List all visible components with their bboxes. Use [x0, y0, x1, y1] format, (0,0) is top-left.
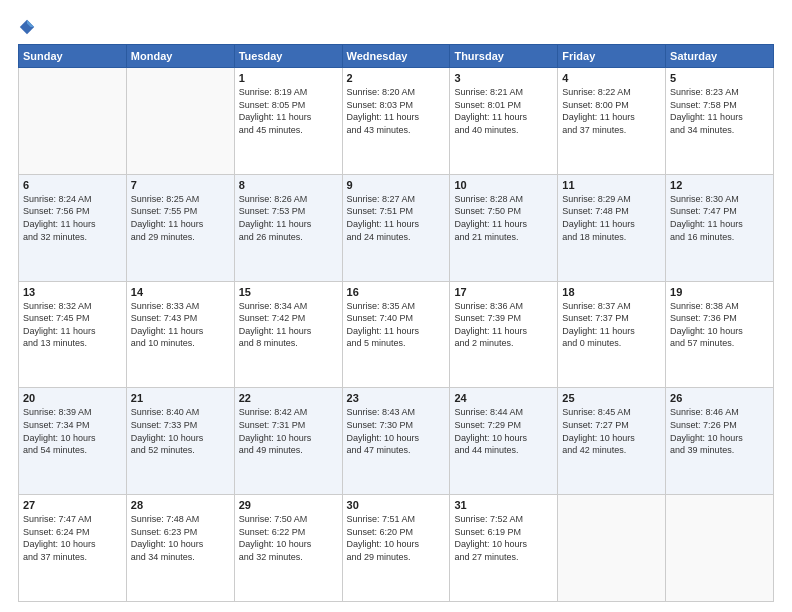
- day-number: 19: [670, 286, 769, 298]
- calendar-cell: 15Sunrise: 8:34 AM Sunset: 7:42 PM Dayli…: [234, 281, 342, 388]
- calendar-cell: 29Sunrise: 7:50 AM Sunset: 6:22 PM Dayli…: [234, 495, 342, 602]
- day-info: Sunrise: 8:45 AM Sunset: 7:27 PM Dayligh…: [562, 406, 661, 456]
- day-info: Sunrise: 8:42 AM Sunset: 7:31 PM Dayligh…: [239, 406, 338, 456]
- calendar-cell: 7Sunrise: 8:25 AM Sunset: 7:55 PM Daylig…: [126, 174, 234, 281]
- weekday-header: Saturday: [666, 45, 774, 68]
- calendar-cell: 14Sunrise: 8:33 AM Sunset: 7:43 PM Dayli…: [126, 281, 234, 388]
- logo: [18, 18, 40, 36]
- day-number: 21: [131, 392, 230, 404]
- calendar-header: SundayMondayTuesdayWednesdayThursdayFrid…: [19, 45, 774, 68]
- day-number: 3: [454, 72, 553, 84]
- day-number: 22: [239, 392, 338, 404]
- day-info: Sunrise: 8:30 AM Sunset: 7:47 PM Dayligh…: [670, 193, 769, 243]
- day-info: Sunrise: 8:36 AM Sunset: 7:39 PM Dayligh…: [454, 300, 553, 350]
- day-info: Sunrise: 8:21 AM Sunset: 8:01 PM Dayligh…: [454, 86, 553, 136]
- day-number: 27: [23, 499, 122, 511]
- calendar-week-row: 1Sunrise: 8:19 AM Sunset: 8:05 PM Daylig…: [19, 68, 774, 175]
- calendar-cell: 8Sunrise: 8:26 AM Sunset: 7:53 PM Daylig…: [234, 174, 342, 281]
- calendar-cell: 9Sunrise: 8:27 AM Sunset: 7:51 PM Daylig…: [342, 174, 450, 281]
- calendar-cell: 24Sunrise: 8:44 AM Sunset: 7:29 PM Dayli…: [450, 388, 558, 495]
- calendar-cell: 16Sunrise: 8:35 AM Sunset: 7:40 PM Dayli…: [342, 281, 450, 388]
- calendar-cell: 20Sunrise: 8:39 AM Sunset: 7:34 PM Dayli…: [19, 388, 127, 495]
- day-info: Sunrise: 8:23 AM Sunset: 7:58 PM Dayligh…: [670, 86, 769, 136]
- day-info: Sunrise: 8:44 AM Sunset: 7:29 PM Dayligh…: [454, 406, 553, 456]
- calendar-cell: 19Sunrise: 8:38 AM Sunset: 7:36 PM Dayli…: [666, 281, 774, 388]
- weekday-header: Sunday: [19, 45, 127, 68]
- weekday-header: Friday: [558, 45, 666, 68]
- calendar-cell: [19, 68, 127, 175]
- calendar-cell: 1Sunrise: 8:19 AM Sunset: 8:05 PM Daylig…: [234, 68, 342, 175]
- calendar-week-row: 20Sunrise: 8:39 AM Sunset: 7:34 PM Dayli…: [19, 388, 774, 495]
- day-number: 29: [239, 499, 338, 511]
- day-number: 5: [670, 72, 769, 84]
- calendar-cell: 2Sunrise: 8:20 AM Sunset: 8:03 PM Daylig…: [342, 68, 450, 175]
- day-number: 26: [670, 392, 769, 404]
- calendar-cell: 18Sunrise: 8:37 AM Sunset: 7:37 PM Dayli…: [558, 281, 666, 388]
- day-info: Sunrise: 8:34 AM Sunset: 7:42 PM Dayligh…: [239, 300, 338, 350]
- day-number: 31: [454, 499, 553, 511]
- calendar-cell: 17Sunrise: 8:36 AM Sunset: 7:39 PM Dayli…: [450, 281, 558, 388]
- page: SundayMondayTuesdayWednesdayThursdayFrid…: [0, 0, 792, 612]
- day-info: Sunrise: 7:48 AM Sunset: 6:23 PM Dayligh…: [131, 513, 230, 563]
- calendar-cell: 10Sunrise: 8:28 AM Sunset: 7:50 PM Dayli…: [450, 174, 558, 281]
- day-info: Sunrise: 8:19 AM Sunset: 8:05 PM Dayligh…: [239, 86, 338, 136]
- header: [18, 18, 774, 36]
- day-info: Sunrise: 8:35 AM Sunset: 7:40 PM Dayligh…: [347, 300, 446, 350]
- weekday-header: Monday: [126, 45, 234, 68]
- day-info: Sunrise: 8:26 AM Sunset: 7:53 PM Dayligh…: [239, 193, 338, 243]
- day-number: 12: [670, 179, 769, 191]
- weekday-row: SundayMondayTuesdayWednesdayThursdayFrid…: [19, 45, 774, 68]
- day-info: Sunrise: 8:43 AM Sunset: 7:30 PM Dayligh…: [347, 406, 446, 456]
- day-number: 15: [239, 286, 338, 298]
- day-info: Sunrise: 8:29 AM Sunset: 7:48 PM Dayligh…: [562, 193, 661, 243]
- day-info: Sunrise: 8:25 AM Sunset: 7:55 PM Dayligh…: [131, 193, 230, 243]
- day-info: Sunrise: 8:28 AM Sunset: 7:50 PM Dayligh…: [454, 193, 553, 243]
- day-info: Sunrise: 8:22 AM Sunset: 8:00 PM Dayligh…: [562, 86, 661, 136]
- day-info: Sunrise: 8:20 AM Sunset: 8:03 PM Dayligh…: [347, 86, 446, 136]
- day-number: 11: [562, 179, 661, 191]
- calendar-cell: 13Sunrise: 8:32 AM Sunset: 7:45 PM Dayli…: [19, 281, 127, 388]
- day-info: Sunrise: 8:46 AM Sunset: 7:26 PM Dayligh…: [670, 406, 769, 456]
- calendar-week-row: 13Sunrise: 8:32 AM Sunset: 7:45 PM Dayli…: [19, 281, 774, 388]
- day-number: 25: [562, 392, 661, 404]
- day-info: Sunrise: 8:27 AM Sunset: 7:51 PM Dayligh…: [347, 193, 446, 243]
- calendar-cell: 3Sunrise: 8:21 AM Sunset: 8:01 PM Daylig…: [450, 68, 558, 175]
- calendar-cell: [126, 68, 234, 175]
- calendar-cell: [558, 495, 666, 602]
- day-info: Sunrise: 7:52 AM Sunset: 6:19 PM Dayligh…: [454, 513, 553, 563]
- day-info: Sunrise: 7:47 AM Sunset: 6:24 PM Dayligh…: [23, 513, 122, 563]
- day-number: 8: [239, 179, 338, 191]
- day-info: Sunrise: 8:39 AM Sunset: 7:34 PM Dayligh…: [23, 406, 122, 456]
- day-number: 14: [131, 286, 230, 298]
- day-number: 30: [347, 499, 446, 511]
- calendar-week-row: 6Sunrise: 8:24 AM Sunset: 7:56 PM Daylig…: [19, 174, 774, 281]
- day-info: Sunrise: 8:24 AM Sunset: 7:56 PM Dayligh…: [23, 193, 122, 243]
- calendar-cell: 11Sunrise: 8:29 AM Sunset: 7:48 PM Dayli…: [558, 174, 666, 281]
- day-number: 28: [131, 499, 230, 511]
- day-info: Sunrise: 7:51 AM Sunset: 6:20 PM Dayligh…: [347, 513, 446, 563]
- day-info: Sunrise: 8:37 AM Sunset: 7:37 PM Dayligh…: [562, 300, 661, 350]
- day-number: 7: [131, 179, 230, 191]
- day-number: 24: [454, 392, 553, 404]
- calendar: SundayMondayTuesdayWednesdayThursdayFrid…: [18, 44, 774, 602]
- calendar-cell: 6Sunrise: 8:24 AM Sunset: 7:56 PM Daylig…: [19, 174, 127, 281]
- day-info: Sunrise: 7:50 AM Sunset: 6:22 PM Dayligh…: [239, 513, 338, 563]
- day-number: 10: [454, 179, 553, 191]
- calendar-body: 1Sunrise: 8:19 AM Sunset: 8:05 PM Daylig…: [19, 68, 774, 602]
- calendar-cell: 12Sunrise: 8:30 AM Sunset: 7:47 PM Dayli…: [666, 174, 774, 281]
- day-number: 1: [239, 72, 338, 84]
- calendar-cell: 26Sunrise: 8:46 AM Sunset: 7:26 PM Dayli…: [666, 388, 774, 495]
- day-number: 2: [347, 72, 446, 84]
- day-info: Sunrise: 8:33 AM Sunset: 7:43 PM Dayligh…: [131, 300, 230, 350]
- weekday-header: Thursday: [450, 45, 558, 68]
- calendar-cell: [666, 495, 774, 602]
- calendar-cell: 30Sunrise: 7:51 AM Sunset: 6:20 PM Dayli…: [342, 495, 450, 602]
- day-number: 23: [347, 392, 446, 404]
- calendar-cell: 27Sunrise: 7:47 AM Sunset: 6:24 PM Dayli…: [19, 495, 127, 602]
- day-number: 6: [23, 179, 122, 191]
- calendar-week-row: 27Sunrise: 7:47 AM Sunset: 6:24 PM Dayli…: [19, 495, 774, 602]
- weekday-header: Tuesday: [234, 45, 342, 68]
- calendar-cell: 5Sunrise: 8:23 AM Sunset: 7:58 PM Daylig…: [666, 68, 774, 175]
- day-info: Sunrise: 8:32 AM Sunset: 7:45 PM Dayligh…: [23, 300, 122, 350]
- day-number: 16: [347, 286, 446, 298]
